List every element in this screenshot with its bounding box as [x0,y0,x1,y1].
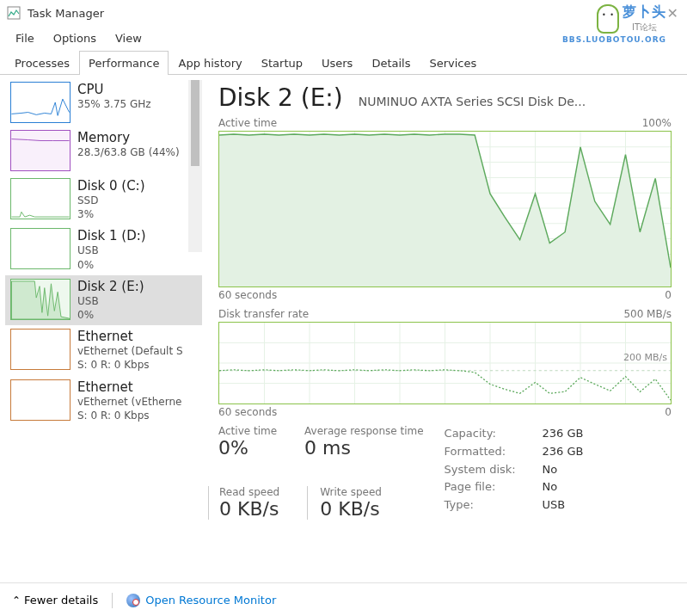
resource-monitor-icon [126,594,140,607]
sidebar-item-label: Disk 1 (D:) [77,228,197,243]
chart2-xleft: 60 seconds [218,406,277,418]
chart1-max: 100% [642,117,672,129]
device-name: NUMINUO AXTA Series SCSI Disk De... [359,95,586,108]
app-icon [7,6,21,20]
page-title: Disk 2 (E:) [218,83,343,112]
sidebar-item-ethernet-2[interactable]: Ethernet vEthernet (vEtherne S: 0 R: 0 K… [5,376,202,426]
sidebar-item-memory[interactable]: Memory 28.3/63.8 GB (44%) [5,126,202,175]
chart2-label: Disk transfer rate [218,308,309,320]
tab-processes[interactable]: Processes [5,51,79,75]
sidebar-item-label: Memory [77,130,197,145]
chevron-up-icon: ⌃ [12,594,21,607]
tab-details[interactable]: Details [362,51,420,75]
chart1-xleft: 60 seconds [218,289,277,301]
stat-active-time: Active time 0% [218,425,277,459]
sidebar-item-label: Disk 2 (E:) [77,279,197,294]
sidebar-item-ethernet-1[interactable]: Ethernet vEthernet (Default S S: 0 R: 0 … [5,325,202,375]
tab-strip: Processes Performance App history Startu… [0,50,687,75]
chart1-label: Active time [218,117,277,129]
tab-users[interactable]: Users [312,51,362,75]
tab-startup[interactable]: Startup [252,51,312,75]
divider [112,593,113,608]
sidebar-item-disk2[interactable]: Disk 2 (E:) USB 0% [5,275,202,325]
fewer-details-button[interactable]: ⌃ Fewer details [12,594,98,607]
chart2-midlabel: 200 MB/s [623,352,667,363]
active-time-chart [218,131,672,287]
sidebar-item-label: CPU [77,82,197,97]
window-title: Task Manager [28,7,104,20]
menu-options[interactable]: Options [45,28,105,48]
stat-read-speed: Read speed 0 KB/s [219,486,279,520]
tab-app-history[interactable]: App history [169,51,251,75]
open-resource-monitor-link[interactable]: Open Resource Monitor [126,594,276,607]
title-bar: Task Manager ✕ [0,0,687,26]
sidebar-scrollbar[interactable] [188,80,202,252]
sidebar-item-label: Ethernet [77,329,197,344]
menu-file[interactable]: File [7,28,43,48]
main-panel: Disk 2 (E:) NUMINUO AXTA Series SCSI Dis… [203,75,687,582]
sidebar-item-disk1[interactable]: Disk 1 (D:) USB 0% [5,225,202,274]
chart1-xright: 0 [665,289,672,301]
tab-services[interactable]: Services [420,51,486,75]
menu-bar: File Options View [0,26,687,50]
tab-performance[interactable]: Performance [79,51,169,75]
sidebar-item-label: Disk 0 (C:) [77,178,197,194]
chart2-max: 500 MB/s [623,308,672,320]
footer: ⌃ Fewer details Open Resource Monitor [0,582,687,616]
chart2-xright: 0 [665,406,672,418]
sidebar-item-disk0[interactable]: Disk 0 (C:) SSD 3% [5,175,202,225]
resource-sidebar: CPU 35% 3.75 GHz Memory 28.3/63.8 GB (44… [0,75,203,582]
disk-properties: Capacity:236 GB Formatted:236 GB System … [445,425,584,520]
menu-view[interactable]: View [107,28,150,48]
sidebar-item-cpu[interactable]: CPU 35% 3.75 GHz [5,78,202,126]
sidebar-item-label: Ethernet [77,379,197,395]
transfer-rate-chart: 200 MB/s [218,322,672,404]
stat-avg-response: Average response time 0 ms [304,425,424,459]
stat-write-speed: Write speed 0 KB/s [307,486,382,520]
close-icon[interactable]: ✕ [667,5,678,22]
